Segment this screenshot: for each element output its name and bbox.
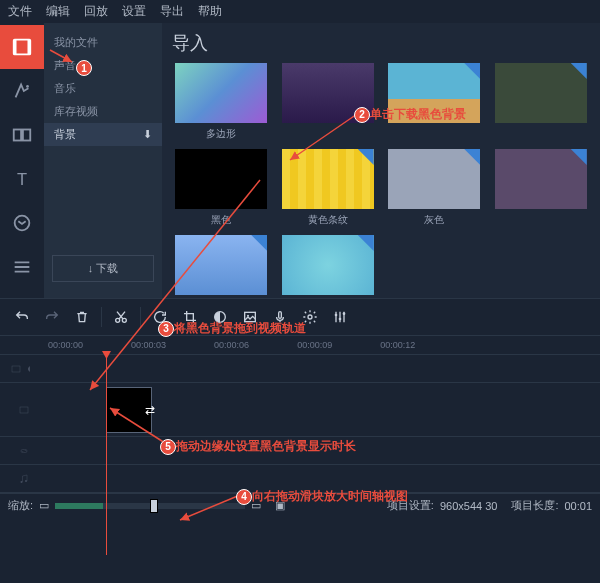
thumb-unknown2[interactable]: [492, 149, 591, 227]
thumb-sunburst[interactable]: [279, 235, 378, 295]
menu-playback[interactable]: 回放: [84, 3, 108, 20]
color-button[interactable]: [206, 303, 234, 331]
stickers-tool[interactable]: [0, 201, 44, 245]
audio-track[interactable]: [0, 465, 600, 493]
menu-settings[interactable]: 设置: [122, 3, 146, 20]
cat-audio[interactable]: 声音: [44, 54, 162, 77]
menu-edit[interactable]: 编辑: [46, 3, 70, 20]
media-tool[interactable]: [0, 25, 44, 69]
svg-rect-5: [23, 130, 30, 141]
overlay-track[interactable]: [0, 355, 600, 383]
tracks-area: ⇄: [0, 355, 600, 493]
thumb-unknown1[interactable]: [279, 63, 378, 141]
settings-button[interactable]: [296, 303, 324, 331]
thumb-blue[interactable]: [172, 235, 271, 295]
cat-myfiles[interactable]: 我的文件: [44, 31, 162, 54]
download-badge-icon: [464, 63, 480, 79]
resize-handle-icon[interactable]: ⇄: [145, 403, 155, 417]
svg-point-15: [335, 314, 338, 317]
bottom-bar: 缩放: ▭ ▭ ▣ 项目设置: 960x544 30 项目长度: 00:01: [0, 493, 600, 517]
svg-point-3: [26, 85, 29, 88]
thumb-chalk[interactable]: [492, 63, 591, 141]
svg-rect-2: [28, 40, 31, 55]
menu-export[interactable]: 导出: [160, 3, 184, 20]
download-badge-icon: [464, 149, 480, 165]
download-badge-icon: [571, 149, 587, 165]
svg-rect-19: [20, 407, 28, 413]
download-badge-icon: [571, 63, 587, 79]
project-duration: 00:01: [564, 500, 592, 512]
timeline-ruler[interactable]: 00:00:00 00:00:03 00:00:06 00:00:09 00:0…: [0, 336, 600, 355]
svg-point-21: [25, 480, 27, 482]
more-tool[interactable]: [0, 245, 44, 289]
left-toolbar: T: [0, 23, 44, 298]
project-settings-label: 项目设置:: [387, 498, 434, 513]
delete-button[interactable]: [68, 303, 96, 331]
content-title: 导入: [172, 31, 590, 55]
playhead[interactable]: [106, 355, 107, 555]
video-clip[interactable]: ⇄: [106, 387, 152, 433]
thumb-beach[interactable]: [385, 63, 484, 141]
svg-point-14: [308, 315, 312, 319]
titles-tool[interactable]: T: [0, 157, 44, 201]
project-resolution: 960x544 30: [440, 500, 498, 512]
image-button[interactable]: [236, 303, 264, 331]
redo-button[interactable]: [38, 303, 66, 331]
rotate-button[interactable]: [146, 303, 174, 331]
thumb-gray[interactable]: 灰色: [385, 149, 484, 227]
crop-button[interactable]: [176, 303, 204, 331]
zoom-out-icon[interactable]: ▭: [39, 499, 49, 512]
cut-button[interactable]: [107, 303, 135, 331]
download-badge-icon: [358, 149, 374, 165]
thumb-yellowstripe[interactable]: 黄色条纹: [279, 149, 378, 227]
link-track[interactable]: [0, 437, 600, 465]
download-badge-icon: [358, 235, 374, 251]
svg-rect-4: [14, 130, 21, 141]
transitions-tool[interactable]: [0, 113, 44, 157]
svg-rect-1: [14, 40, 17, 55]
svg-point-17: [343, 312, 346, 315]
timeline-toolbar: [0, 298, 600, 336]
menu-help[interactable]: 帮助: [198, 3, 222, 20]
svg-text:T: T: [17, 170, 27, 188]
svg-point-16: [339, 318, 342, 321]
filters-tool[interactable]: [0, 69, 44, 113]
svg-rect-18: [12, 366, 20, 372]
zoom-in-icon[interactable]: ▭: [251, 499, 261, 512]
mic-button[interactable]: [266, 303, 294, 331]
download-badge-icon: [251, 235, 267, 251]
cat-stock[interactable]: 库存视频: [44, 100, 162, 123]
zoom-thumb[interactable]: [150, 499, 158, 513]
category-panel: 我的文件 声音 音乐 库存视频 背景⬇ ↓ 下载: [44, 23, 162, 298]
download-icon: ⬇: [143, 128, 152, 141]
zoom-label: 缩放:: [8, 498, 33, 513]
svg-rect-13: [279, 312, 282, 319]
thumb-polygon[interactable]: 多边形: [172, 63, 271, 141]
download-button[interactable]: ↓ 下载: [52, 255, 154, 282]
timeline: 00:00:00 00:00:03 00:00:06 00:00:09 00:0…: [0, 336, 600, 493]
fit-icon[interactable]: ▣: [275, 499, 285, 512]
content-panel: 导入 多边形 黑色 黄色条纹 灰色: [162, 23, 600, 298]
adjust-button[interactable]: [326, 303, 354, 331]
zoom-slider[interactable]: [55, 503, 245, 509]
menubar: 文件 编辑 回放 设置 导出 帮助: [0, 0, 600, 23]
project-length-label: 项目长度:: [511, 498, 558, 513]
cat-music[interactable]: 音乐: [44, 77, 162, 100]
menu-file[interactable]: 文件: [8, 3, 32, 20]
undo-button[interactable]: [8, 303, 36, 331]
thumb-black[interactable]: 黑色: [172, 149, 271, 227]
video-track[interactable]: ⇄: [0, 383, 600, 437]
svg-point-20: [21, 481, 23, 483]
cat-background[interactable]: 背景⬇: [44, 123, 162, 146]
